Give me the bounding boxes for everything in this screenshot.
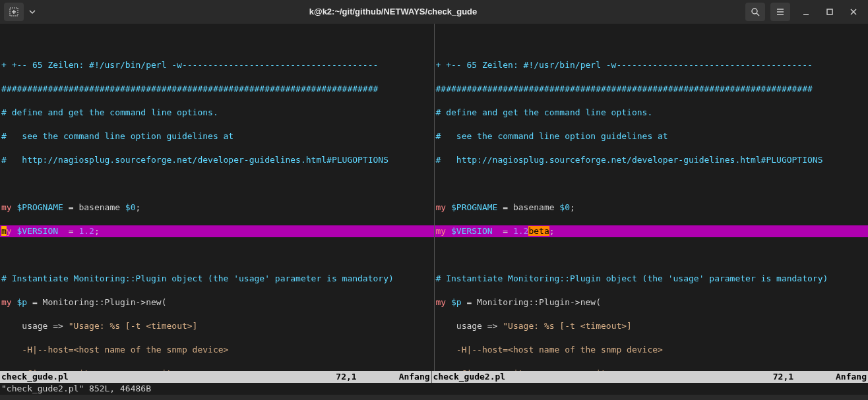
hash-divider: ########################################…: [435, 83, 869, 95]
status-right-file: check_gude2.pl: [432, 371, 507, 383]
scrollbar-horizontal[interactable]: [0, 395, 868, 400]
comment-line: # define and get the command line option…: [435, 107, 869, 119]
maximize-button[interactable]: [819, 3, 840, 21]
svg-rect-2: [827, 9, 832, 14]
window-title: k@k2:~/git/github/NETWAYS/check_gude: [41, 6, 745, 18]
editor-area: + +-- 65 Zeilen: #!/usr/bin/perl -w-----…: [0, 24, 868, 371]
comment-line: # Instantiate Monitoring::Plugin object …: [435, 273, 869, 285]
status-left-pos: 72,1: [334, 371, 357, 383]
fold-line: +-- 65 Zeilen: #!/usr/bin/perl -w: [446, 60, 616, 70]
diff-changed-line: my $VERSION = 1.2beta;: [435, 225, 869, 237]
comment-line: # http://nagiosplug.sourceforge.net/deve…: [435, 154, 869, 166]
search-button[interactable]: [745, 3, 765, 21]
new-tab-button[interactable]: [4, 3, 24, 21]
window-titlebar: k@k2:~/git/github/NETWAYS/check_gude: [0, 0, 868, 24]
status-right-where: Anfang: [834, 371, 868, 383]
minimize-button[interactable]: [795, 3, 817, 21]
menu-button[interactable]: [770, 3, 790, 21]
comment-line: # see the command line option guidelines…: [0, 130, 434, 142]
left-pane[interactable]: + +-- 65 Zeilen: #!/usr/bin/perl -w-----…: [0, 24, 434, 371]
command-line[interactable]: "check_gude2.pl" 852L, 46486B: [0, 383, 868, 395]
close-button[interactable]: [843, 3, 864, 21]
status-right-pos: 72,1: [772, 371, 795, 383]
comment-line: # define and get the command line option…: [0, 107, 434, 119]
comment-line: # http://nagiosplug.sourceforge.net/deve…: [0, 154, 434, 166]
right-pane[interactable]: + +-- 65 Zeilen: #!/usr/bin/perl -w-----…: [435, 24, 869, 371]
comment-line: # see the command line option guidelines…: [435, 130, 869, 142]
fold-line: +-- 65 Zeilen: #!/usr/bin/perl -w: [12, 60, 182, 70]
diff-changed-line: my $VERSION = 1.2;: [0, 225, 434, 237]
status-left-where: Anfang: [398, 371, 431, 383]
hash-divider: ########################################…: [0, 83, 434, 95]
comment-line: # Instantiate Monitoring::Plugin object …: [0, 273, 434, 285]
status-left-file: check_gude.pl: [0, 371, 70, 383]
tab-dropdown-button[interactable]: [26, 3, 38, 21]
status-bar: check_gude.pl 72,1 Anfang check_gude2.pl…: [0, 371, 868, 383]
svg-point-1: [752, 9, 757, 14]
